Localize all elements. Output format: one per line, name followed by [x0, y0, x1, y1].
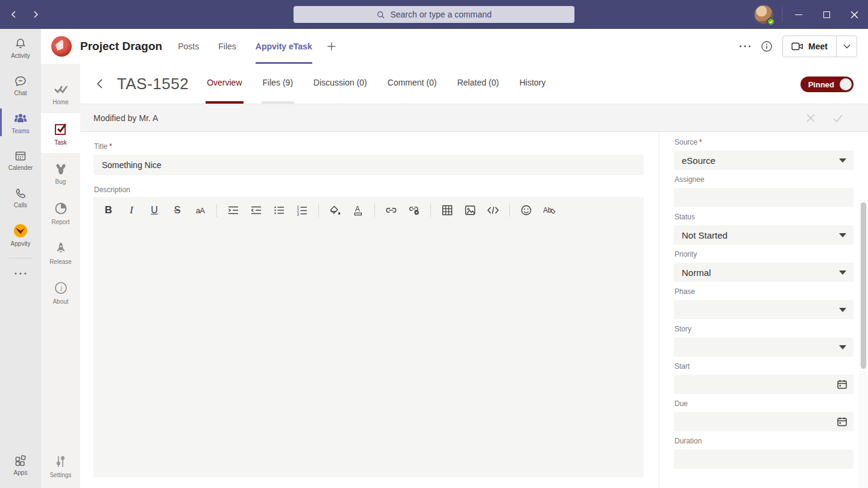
- etask-item-settings[interactable]: Settings: [41, 446, 80, 486]
- tab-history[interactable]: History: [518, 72, 547, 104]
- assignee-input[interactable]: [674, 188, 854, 207]
- pinned-toggle[interactable]: Pinned: [800, 77, 854, 92]
- outdent-icon[interactable]: [250, 203, 263, 217]
- task-form: Title* Description B I U S aA: [93, 132, 644, 477]
- task-id: TAS-1552: [117, 75, 189, 93]
- etask-item-label: Release: [49, 258, 72, 265]
- sidebar-item-calls[interactable]: Calls: [0, 178, 41, 216]
- meet-label: Meet: [808, 42, 828, 51]
- etask-item-bug[interactable]: Bug: [41, 153, 80, 193]
- insert-table-icon[interactable]: [441, 203, 454, 217]
- bullet-list-icon[interactable]: [272, 203, 286, 217]
- tab-appvity-etask[interactable]: Appvity eTask: [256, 29, 312, 64]
- dropdown-caret-icon: [839, 271, 846, 275]
- start-date-input[interactable]: [674, 375, 854, 394]
- meet-button[interactable]: Meet: [783, 36, 836, 57]
- font-size-icon[interactable]: aA: [193, 203, 207, 217]
- remove-link-icon[interactable]: [407, 203, 421, 217]
- avatar[interactable]: [754, 5, 773, 24]
- tab-files[interactable]: Files: [218, 29, 236, 64]
- tab-comment[interactable]: Comment (0): [386, 72, 438, 104]
- source-dropdown[interactable]: eSource: [674, 151, 854, 170]
- calendar-picker-icon[interactable]: [837, 416, 848, 427]
- field-source: Source* eSource: [674, 138, 859, 170]
- chat-bubble-icon: [13, 74, 28, 89]
- status-dropdown[interactable]: Not Started: [674, 225, 854, 245]
- sidebar-item-chat[interactable]: Chat: [0, 66, 41, 104]
- task-header: TAS-1552 Overview Files (9) Discussion (…: [80, 64, 868, 104]
- title-input[interactable]: [93, 155, 644, 175]
- tab-task-files[interactable]: Files (9): [262, 72, 295, 104]
- emoji-icon[interactable]: [520, 203, 533, 217]
- search-input[interactable]: Search or type a command: [294, 6, 574, 23]
- sidebar-item-teams[interactable]: Teams: [0, 104, 41, 141]
- description-editor: B I U S aA: [93, 197, 644, 477]
- tab-overview[interactable]: Overview: [206, 72, 243, 104]
- forward-nav-icon[interactable]: [28, 7, 43, 22]
- bold-icon[interactable]: B: [102, 203, 115, 217]
- numbered-list-icon[interactable]: 123: [295, 203, 309, 217]
- italic-icon[interactable]: I: [125, 203, 138, 217]
- sidebar-item-appvity[interactable]: Appvity: [0, 216, 41, 253]
- indent-icon[interactable]: [227, 203, 240, 217]
- etask-item-report[interactable]: Report: [41, 193, 80, 233]
- details-panel: Source* eSource Assignee Status Not S: [659, 132, 859, 488]
- double-check-icon: [53, 82, 69, 96]
- story-label: Story: [675, 325, 859, 333]
- etask-item-task[interactable]: Task: [41, 113, 80, 153]
- save-changes-button[interactable]: [832, 113, 844, 124]
- svg-text:i: i: [60, 284, 62, 293]
- due-date-input[interactable]: [674, 412, 854, 431]
- priority-dropdown[interactable]: Normal: [674, 263, 854, 282]
- rail-divider: [8, 258, 33, 258]
- highlight-color-icon[interactable]: [329, 203, 342, 217]
- field-duration: Duration: [674, 437, 859, 469]
- discard-changes-button[interactable]: [805, 113, 816, 124]
- tab-related[interactable]: Related (0): [456, 72, 500, 104]
- duration-input[interactable]: [674, 449, 854, 469]
- etask-item-release[interactable]: Release: [41, 233, 80, 272]
- more-apps-icon[interactable]: [0, 263, 41, 284]
- story-dropdown[interactable]: [674, 337, 854, 357]
- underline-icon[interactable]: U: [148, 203, 161, 217]
- maximize-button[interactable]: [813, 0, 840, 29]
- team-logo: [51, 36, 72, 57]
- tab-discussion[interactable]: Discussion (0): [312, 72, 368, 104]
- scrollbar-thumb[interactable]: [861, 202, 866, 369]
- etask-item-label: Report: [51, 219, 69, 225]
- font-color-icon[interactable]: A: [351, 203, 365, 217]
- meet-options-button[interactable]: [836, 36, 857, 57]
- sidebar-item-label: Appvity: [11, 241, 31, 247]
- back-button[interactable]: [95, 78, 105, 90]
- phase-dropdown[interactable]: [674, 300, 854, 319]
- scrollbar-track[interactable]: [859, 200, 868, 488]
- code-block-icon[interactable]: [486, 203, 500, 217]
- calendar-picker-icon[interactable]: [837, 379, 848, 390]
- phone-icon: [13, 186, 28, 201]
- etask-item-about[interactable]: i About: [41, 272, 80, 312]
- insert-link-icon[interactable]: [385, 203, 398, 217]
- sidebar-item-calendar[interactable]: Calender: [0, 141, 41, 178]
- tab-posts[interactable]: Posts: [178, 29, 199, 64]
- sidebar-item-label: Calls: [14, 202, 27, 208]
- minimize-button[interactable]: [785, 0, 813, 29]
- more-options-icon[interactable]: [739, 45, 751, 48]
- sidebar-item-activity[interactable]: Activity: [0, 29, 41, 66]
- camera-icon: [791, 42, 804, 51]
- info-icon[interactable]: [761, 40, 773, 52]
- close-button[interactable]: [840, 0, 868, 29]
- add-tab-button[interactable]: [327, 42, 336, 51]
- insert-image-icon[interactable]: [464, 203, 477, 217]
- field-priority: Priority Normal: [674, 250, 859, 282]
- back-nav-icon[interactable]: [6, 7, 22, 22]
- strikethrough-icon[interactable]: S: [171, 203, 184, 217]
- apps-grid-icon: [13, 454, 28, 468]
- description-input[interactable]: [93, 221, 644, 450]
- etask-item-home[interactable]: Home: [41, 74, 80, 113]
- toolbar-divider: [509, 204, 510, 217]
- clear-format-icon[interactable]: Ab: [542, 203, 556, 217]
- sidebar-item-apps[interactable]: Apps: [0, 446, 41, 483]
- titlebar: Search or type a command: [0, 0, 868, 29]
- etask-item-label: Task: [54, 139, 67, 146]
- dropdown-caret-icon: [839, 233, 846, 237]
